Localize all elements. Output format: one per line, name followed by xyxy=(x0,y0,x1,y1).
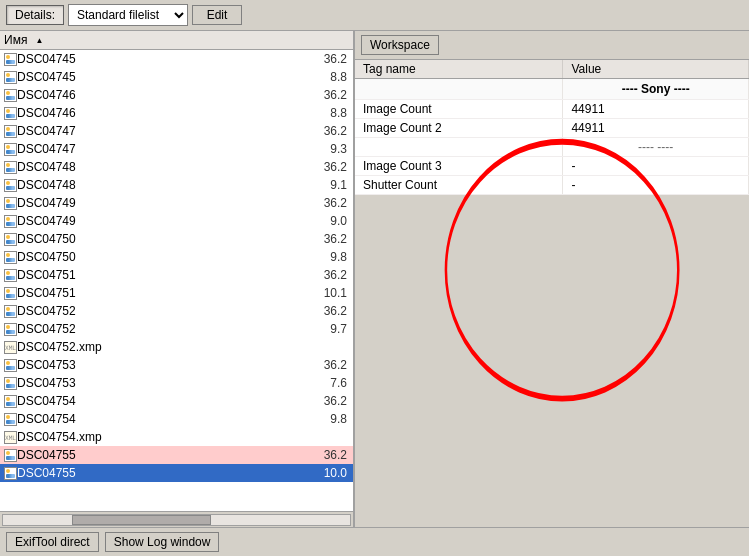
tag-name-cell: Image Count xyxy=(355,100,563,119)
list-item[interactable]: DSC047479.3 xyxy=(0,140,353,158)
tag-value-header: Value xyxy=(563,60,749,79)
list-item[interactable]: DSC047499.0 xyxy=(0,212,353,230)
list-item[interactable]: DSC047529.7 xyxy=(0,320,353,338)
right-panel: Workspace Tag name Value ---- Sony ----I… xyxy=(355,31,749,527)
edit-button[interactable]: Edit xyxy=(192,5,242,25)
jpeg-file-icon xyxy=(4,107,17,120)
list-item[interactable]: DSC0474536.2 xyxy=(0,50,353,68)
workspace-button[interactable]: Workspace xyxy=(361,35,439,55)
table-row: Shutter Count- xyxy=(355,176,749,195)
list-item[interactable]: DSC0475136.2 xyxy=(0,266,353,284)
file-name-label: DSC04752 xyxy=(17,322,309,336)
jpeg-file-icon xyxy=(4,413,17,426)
file-size-label: 36.2 xyxy=(309,160,349,174)
file-size-label: 9.3 xyxy=(309,142,349,156)
jpeg-file-icon xyxy=(4,125,17,138)
list-item[interactable]: DSC047509.8 xyxy=(0,248,353,266)
list-item[interactable]: DSC0474936.2 xyxy=(0,194,353,212)
file-name-label: DSC04750 xyxy=(17,232,309,246)
list-item[interactable]: DSC0475336.2 xyxy=(0,356,353,374)
list-item[interactable]: DSC0475510.0 xyxy=(0,464,353,482)
jpeg-file-icon xyxy=(4,269,17,282)
jpeg-file-icon xyxy=(4,359,17,372)
left-panel: Имя ▲ DSC0474536.2DSC047458.8DSC0474636.… xyxy=(0,31,355,527)
file-name-label: DSC04752.xmp xyxy=(17,340,309,354)
list-item[interactable]: DSC0475036.2 xyxy=(0,230,353,248)
list-item[interactable]: DSC047537.6 xyxy=(0,374,353,392)
jpeg-file-icon xyxy=(4,197,17,210)
file-size-label: 36.2 xyxy=(309,448,349,462)
main-content: Имя ▲ DSC0474536.2DSC047458.8DSC0474636.… xyxy=(0,31,749,527)
list-item[interactable]: DSC0474636.2 xyxy=(0,86,353,104)
file-size-label: 36.2 xyxy=(309,304,349,318)
horizontal-scrollbar[interactable] xyxy=(0,511,353,527)
file-name-label: DSC04750 xyxy=(17,250,309,264)
table-row: Image Count 244911 xyxy=(355,119,749,138)
h-scroll-thumb[interactable] xyxy=(72,515,211,525)
tag-value-cell: 44911 xyxy=(563,100,749,119)
details-button[interactable]: Details: xyxy=(6,5,64,25)
table-row: ---- ---- xyxy=(355,138,749,157)
table-header-row: Tag name Value xyxy=(355,60,749,79)
tag-name-header: Tag name xyxy=(355,60,563,79)
list-item[interactable]: DSC0475110.1 xyxy=(0,284,353,302)
file-size-label: 36.2 xyxy=(309,88,349,102)
file-size-label: 36.2 xyxy=(309,268,349,282)
tag-name-cell: Shutter Count xyxy=(355,176,563,195)
workspace-header: Workspace xyxy=(355,31,749,60)
jpeg-file-icon xyxy=(4,377,17,390)
file-name-label: DSC04754 xyxy=(17,412,309,426)
jpeg-file-icon xyxy=(4,179,17,192)
jpeg-file-icon xyxy=(4,323,17,336)
list-item[interactable]: DSC0475436.2 xyxy=(0,392,353,410)
file-size-label: 8.8 xyxy=(309,106,349,120)
jpeg-file-icon xyxy=(4,395,17,408)
file-size-label: 36.2 xyxy=(309,394,349,408)
list-item[interactable]: XMLDSC04752.xmp xyxy=(0,338,353,356)
file-size-label: 36.2 xyxy=(309,358,349,372)
file-name-label: DSC04751 xyxy=(17,286,309,300)
filelist-select[interactable]: Standard filelist xyxy=(68,4,188,26)
file-list-container: DSC0474536.2DSC047458.8DSC0474636.2DSC04… xyxy=(0,50,353,527)
file-size-label: 7.6 xyxy=(309,376,349,390)
tag-name-cell: Image Count 3 xyxy=(355,157,563,176)
file-size-label: 36.2 xyxy=(309,232,349,246)
file-name-label: DSC04753 xyxy=(17,358,309,372)
bottom-bar: ExifTool direct Show Log window xyxy=(0,527,749,556)
tag-value-cell: ---- Sony ---- xyxy=(563,79,749,100)
exiftool-direct-button[interactable]: ExifTool direct xyxy=(6,532,99,552)
table-row: Image Count44911 xyxy=(355,100,749,119)
list-item[interactable]: DSC047468.8 xyxy=(0,104,353,122)
jpeg-file-icon xyxy=(4,305,17,318)
h-scroll-track[interactable] xyxy=(2,514,351,526)
file-name-label: DSC04746 xyxy=(17,88,309,102)
list-item[interactable]: DSC0475536.2 xyxy=(0,446,353,464)
list-item[interactable]: DSC0475236.2 xyxy=(0,302,353,320)
file-name-label: DSC04754 xyxy=(17,394,309,408)
list-item[interactable]: DSC0474736.2 xyxy=(0,122,353,140)
file-name-label: DSC04745 xyxy=(17,52,309,66)
tag-value-cell: - xyxy=(563,176,749,195)
list-item[interactable]: DSC047489.1 xyxy=(0,176,353,194)
tag-name-cell xyxy=(355,79,563,100)
list-item[interactable]: DSC047458.8 xyxy=(0,68,353,86)
list-item[interactable]: DSC0474836.2 xyxy=(0,158,353,176)
tag-name-cell xyxy=(355,138,563,157)
jpeg-file-icon xyxy=(4,89,17,102)
show-log-window-button[interactable]: Show Log window xyxy=(105,532,220,552)
file-size-label: 10.1 xyxy=(309,286,349,300)
file-list-column-header: Имя ▲ xyxy=(0,31,353,50)
metadata-table: Tag name Value ---- Sony ----Image Count… xyxy=(355,60,749,195)
file-size-label: 9.0 xyxy=(309,214,349,228)
jpeg-file-icon xyxy=(4,467,17,480)
file-size-label: 36.2 xyxy=(309,52,349,66)
file-name-label: DSC04754.xmp xyxy=(17,430,309,444)
file-list[interactable]: DSC0474536.2DSC047458.8DSC0474636.2DSC04… xyxy=(0,50,353,511)
file-size-label: 10.0 xyxy=(309,466,349,480)
list-item[interactable]: XMLDSC04754.xmp xyxy=(0,428,353,446)
tag-value-cell: ---- ---- xyxy=(563,138,749,157)
file-name-label: DSC04749 xyxy=(17,214,309,228)
file-name-label: DSC04748 xyxy=(17,178,309,192)
list-item[interactable]: DSC047549.8 xyxy=(0,410,353,428)
jpeg-file-icon xyxy=(4,215,17,228)
